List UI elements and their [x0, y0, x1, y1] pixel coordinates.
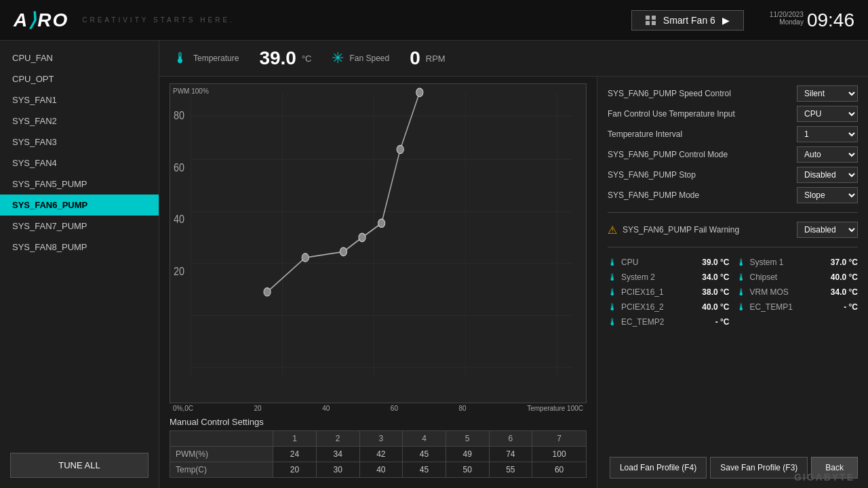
- date: 11/20/2023: [770, 11, 804, 18]
- warning-select[interactable]: Disabled Enabled: [797, 222, 858, 238]
- middle-section: PWM 100%: [159, 77, 868, 488]
- save-fan-profile-button[interactable]: Save Fan Profile (F3): [710, 457, 808, 479]
- sidebar: CPU_FANCPU_OPTSYS_FAN1SYS_FAN2SYS_FAN3SY…: [0, 41, 159, 488]
- divider-2: [608, 247, 858, 247]
- svg-point-21: [416, 88, 423, 96]
- sensor-name-pciex161: PCIEX16_1: [621, 287, 698, 297]
- col-header-5: 5: [446, 431, 489, 447]
- sensor-name-cpu: CPU: [621, 258, 698, 267]
- temperature-value-group: 39.0 °C: [259, 47, 311, 69]
- fan-speed-value: 0: [410, 47, 420, 69]
- table-cell-tempc-2[interactable]: 30: [316, 462, 359, 478]
- chart-x-axis: 0%,0C 20 40 60 80 Temperature 100C: [170, 403, 587, 413]
- right-panel: SYS_FAN6_PUMP Speed ControlSilentFan Con…: [597, 77, 868, 488]
- tune-all-button[interactable]: TUNE ALL: [10, 453, 149, 478]
- setting-label-2: Temperature Interval: [608, 129, 797, 139]
- setting-label-1: Fan Control Use Temperature Input: [608, 109, 797, 119]
- svg-point-19: [378, 219, 385, 227]
- svg-point-18: [359, 233, 366, 241]
- header-datetime: 11/20/2023 Monday 09:46: [770, 11, 854, 30]
- header: A⟩RO CREATIVITY STARTS HERE. Smart Fan 6…: [0, 0, 868, 41]
- sensor-item-pciex161: 🌡PCIEX16_138.0 °C: [608, 287, 730, 298]
- warning-row: ⚠ SYS_FAN6_PUMP Fail Warning Disabled En…: [608, 220, 858, 240]
- table-cell-pwm-3[interactable]: 42: [359, 447, 403, 462]
- sidebar-item-sys_fan4[interactable]: SYS_FAN4: [0, 152, 159, 174]
- sensor-value-system2: 34.0 °C: [702, 272, 729, 282]
- setting-select-1[interactable]: CPU: [797, 106, 858, 122]
- setting-row-3: SYS_FAN6_PUMP Control ModeAuto: [608, 144, 858, 165]
- sidebar-item-sys_fan8_pump[interactable]: SYS_FAN8_PUMP: [0, 237, 159, 258]
- table-cell-tempc-1[interactable]: 20: [273, 462, 317, 478]
- chart-y-label: PWM 100%: [170, 87, 209, 95]
- warning-label: SYS_FAN6_PUMP Fail Warning: [623, 225, 791, 235]
- fan-speed-label: Fan Speed: [349, 54, 389, 63]
- col-header-2: 2: [316, 431, 359, 447]
- fan-speed-unit: RPM: [426, 54, 446, 64]
- sensor-item-chipset: 🌡Chipset40.0 °C: [736, 272, 859, 283]
- time: 09:46: [807, 11, 854, 30]
- temperature-stat: 🌡 Temperature: [173, 49, 239, 67]
- setting-row-5: SYS_FAN6_PUMP ModeSlope: [608, 185, 858, 205]
- setting-row-4: SYS_FAN6_PUMP StopDisabled: [608, 165, 858, 185]
- smart-fan-label: Smart Fan 6: [663, 15, 715, 26]
- svg-text:80: 80: [174, 109, 184, 122]
- day: Monday: [770, 18, 804, 26]
- fan-list: CPU_FANCPU_OPTSYS_FAN1SYS_FAN2SYS_FAN3SY…: [0, 47, 159, 446]
- table-cell-pwm-5[interactable]: 49: [446, 447, 489, 462]
- sensor-name-chipset: Chipset: [750, 272, 827, 282]
- setting-label-0: SYS_FAN6_PUMP Speed Control: [608, 89, 797, 98]
- table-cell-pwm-6[interactable]: 74: [489, 447, 532, 462]
- row-header-pwm: PWM(%): [170, 447, 273, 462]
- sidebar-item-cpu_fan[interactable]: CPU_FAN: [0, 47, 159, 68]
- sidebar-item-sys_fan6_pump[interactable]: SYS_FAN6_PUMP: [0, 195, 159, 216]
- sensor-item-pciex162: 🌡PCIEX16_240.0 °C: [608, 302, 730, 312]
- setting-label-4: SYS_FAN6_PUMP Stop: [608, 170, 797, 180]
- sidebar-item-sys_fan1[interactable]: SYS_FAN1: [0, 89, 159, 110]
- sidebar-item-sys_fan7_pump[interactable]: SYS_FAN7_PUMP: [0, 216, 159, 237]
- table-cell-tempc-3[interactable]: 40: [359, 462, 403, 478]
- setting-select-0[interactable]: Silent: [797, 85, 858, 102]
- row-header-tempc: Temp(C): [170, 462, 273, 478]
- sensor-value-system1: 37.0 °C: [831, 258, 858, 267]
- sensor-value-ectemp2: - °C: [715, 317, 730, 327]
- setting-select-5[interactable]: Slope: [797, 187, 858, 203]
- thermometer-sensor-icon: 🌡: [608, 257, 617, 268]
- sensor-value-chipset: 40.0 °C: [831, 272, 858, 282]
- sidebar-item-cpu_opt[interactable]: CPU_OPT: [0, 68, 159, 89]
- chevron-right-icon: ▶: [722, 15, 730, 26]
- setting-select-4[interactable]: Disabled: [797, 167, 858, 183]
- table-cell-pwm-2[interactable]: 34: [316, 447, 359, 462]
- sidebar-item-sys_fan3[interactable]: SYS_FAN3: [0, 131, 159, 152]
- sidebar-item-sys_fan5_pump[interactable]: SYS_FAN5_PUMP: [0, 174, 159, 195]
- table-cell-tempc-7[interactable]: 60: [532, 462, 587, 478]
- setting-select-3[interactable]: Auto: [797, 146, 858, 163]
- sensor-value-vrmmos: 34.0 °C: [831, 287, 858, 297]
- manual-control-title: Manual Control Settings: [170, 417, 587, 427]
- col-header-6: 6: [489, 431, 532, 447]
- sensor-item-cpu: 🌡CPU39.0 °C: [608, 257, 730, 268]
- fan-curve-chart[interactable]: PWM 100%: [170, 83, 587, 403]
- svg-point-17: [340, 247, 347, 256]
- chart-x-start: 0%,0C: [173, 405, 193, 412]
- chart-x-20: 20: [254, 405, 262, 412]
- table-cell-pwm-4[interactable]: 45: [403, 447, 446, 462]
- table-cell-pwm-1[interactable]: 24: [273, 447, 317, 462]
- table-cell-tempc-4[interactable]: 45: [403, 462, 446, 478]
- setting-row-1: Fan Control Use Temperature InputCPU: [608, 104, 858, 124]
- fan-speed-stat: ✳ Fan Speed: [332, 49, 389, 67]
- control-table: 1 2 3 4 5 6 7 PWM(%)243442454974100Temp(…: [170, 430, 587, 478]
- stats-bar: 🌡 Temperature 39.0 °C ✳ Fan Speed 0 RPM: [159, 41, 868, 77]
- content-area: 🌡 Temperature 39.0 °C ✳ Fan Speed 0 RPM …: [159, 41, 868, 488]
- smart-fan-button[interactable]: Smart Fan 6 ▶: [631, 10, 744, 30]
- fan-speed-value-group: 0 RPM: [410, 47, 445, 69]
- setting-row-0: SYS_FAN6_PUMP Speed ControlSilent: [608, 83, 858, 104]
- table-cell-pwm-7[interactable]: 100: [532, 447, 587, 462]
- chart-area: PWM 100%: [159, 77, 597, 488]
- load-fan-profile-button[interactable]: Load Fan Profile (F4): [610, 457, 707, 479]
- table-cell-tempc-5[interactable]: 50: [446, 462, 489, 478]
- table-cell-tempc-6[interactable]: 55: [489, 462, 532, 478]
- sidebar-item-sys_fan2[interactable]: SYS_FAN2: [0, 110, 159, 131]
- setting-select-2[interactable]: 1: [797, 126, 858, 142]
- main-layout: CPU_FANCPU_OPTSYS_FAN1SYS_FAN2SYS_FAN3SY…: [0, 41, 868, 488]
- sensor-value-ectemp1: - °C: [844, 302, 858, 312]
